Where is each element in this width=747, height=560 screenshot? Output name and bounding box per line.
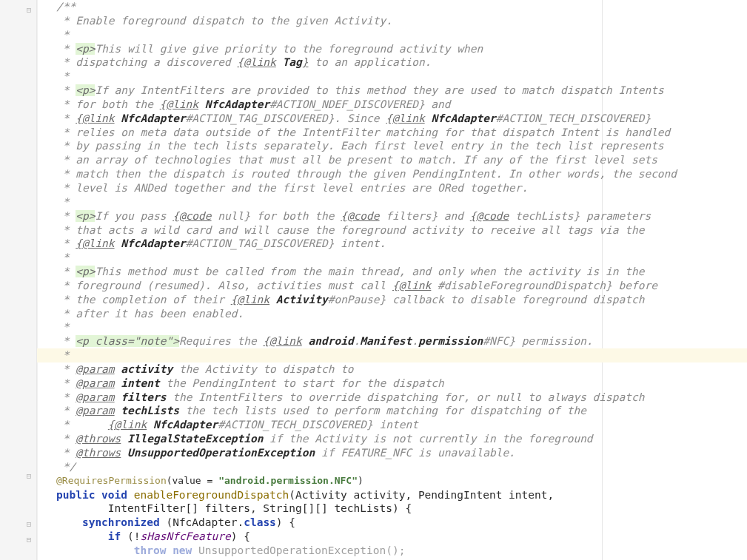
javadoc-line: * <p>This will give give priority to the…	[37, 42, 747, 56]
annotation-line: @RequiresPermission(value = "android.per…	[37, 474, 747, 488]
javadoc-tag: @param	[76, 391, 114, 403]
javadoc-code: {@code	[172, 210, 211, 222]
keyword: synchronized	[82, 516, 167, 528]
html-tag: <p>	[76, 210, 95, 222]
javadoc-link: {@link	[76, 237, 114, 249]
javadoc-line: * for both the {@link NfcAdapter#ACTION_…	[37, 98, 747, 112]
javadoc-line: * match then the dispatch is routed thro…	[37, 167, 747, 181]
html-tag: <p>	[76, 43, 95, 55]
javadoc-param-line: * @param techLists the tech lists used t…	[37, 404, 747, 418]
javadoc-tag: @throws	[76, 447, 121, 459]
javadoc-link: {@link	[237, 56, 275, 68]
javadoc-param-line: * @param filters the IntentFilters to ov…	[37, 391, 747, 405]
javadoc-throws-line: * @throws UnsupportedOperationException …	[37, 446, 747, 460]
javadoc-line: /**	[37, 0, 747, 14]
fold-icon[interactable]: ⊟	[24, 520, 33, 529]
javadoc-tag: @param	[76, 363, 114, 375]
javadoc-line: *	[37, 320, 747, 334]
fold-icon[interactable]: ⊟	[24, 536, 33, 544]
fold-icon[interactable]: ⊟	[24, 6, 33, 15]
javadoc-link: {@link	[231, 294, 269, 306]
code-editor[interactable]: /** * Enable foreground dispatch to the …	[37, 0, 747, 560]
javadoc-throws-line: * @throws IllegalStateException if the A…	[37, 432, 747, 446]
javadoc-param-line: * @param intent the PendingIntent to sta…	[37, 377, 747, 391]
javadoc-line: * {@link NfcAdapter#ACTION_TAG_DISCOVERE…	[37, 112, 747, 126]
javadoc-line: * an array of technologies that must all…	[37, 153, 747, 167]
javadoc-line: * level is ANDed together and the first …	[37, 181, 747, 195]
javadoc-line: *	[37, 251, 747, 265]
static-field: sHasNfcFeature	[141, 530, 231, 542]
method-signature-line: public void enableForegroundDispatch(Act…	[37, 488, 747, 502]
javadoc-line: *	[37, 70, 747, 84]
method-name: enableForegroundDispatch	[134, 489, 289, 501]
javadoc-line: * that acts a wild card and will cause t…	[37, 223, 747, 237]
javadoc-line: * <p class="note">Requires the {@link an…	[37, 334, 747, 348]
javadoc-tag: @throws	[76, 433, 121, 445]
javadoc-line: * dispatching a discovered {@link Tag} t…	[37, 55, 747, 70]
javadoc-link: {@link	[160, 98, 198, 110]
annotation: @RequiresPermission	[56, 475, 167, 486]
html-tag-note: <p class="note">	[76, 335, 179, 347]
keyword: if	[108, 530, 127, 542]
javadoc-link: {@link	[76, 112, 114, 124]
javadoc-line: * foreground (resumed). Also, activities…	[37, 279, 747, 293]
javadoc-line: * Enable foreground dispatch to the give…	[37, 14, 747, 28]
javadoc-tag: @param	[76, 377, 114, 389]
javadoc-code: {@code	[341, 210, 379, 222]
fold-icon[interactable]: ⊟	[24, 472, 33, 481]
javadoc-line: * by passing in the tech lists separatel…	[37, 139, 747, 153]
html-tag: <p>	[76, 84, 95, 96]
javadoc-link: {@link	[392, 280, 431, 291]
javadoc-code: {@code	[470, 210, 509, 222]
keyword: public void	[56, 489, 134, 501]
html-tag: <p>	[76, 266, 95, 277]
code-line: if (!sHasNfcFeature) {	[37, 530, 747, 544]
javadoc-line: * <p>If any IntentFilters are provided t…	[37, 84, 747, 98]
javadoc-link: {@link	[386, 112, 424, 124]
code-line-cut: throw new UnsupportedOperationException(…	[37, 544, 747, 558]
javadoc-line: */	[37, 460, 747, 474]
javadoc-line: * <p>This method must be called from the…	[37, 265, 747, 279]
javadoc-line: *	[37, 195, 747, 209]
javadoc-line: * {@link NfcAdapter#ACTION_TAG_DISCOVERE…	[37, 237, 747, 251]
javadoc-line: * after it has been enabled.	[37, 307, 747, 321]
javadoc-tag: @param	[76, 405, 114, 416]
javadoc-param-line: * @param activity the Activity to dispat…	[37, 362, 747, 377]
javadoc-link: {@link	[263, 335, 301, 347]
javadoc-line-highlighted: *	[37, 348, 747, 362]
javadoc-link: {@link	[108, 419, 147, 431]
string-literal: "android.permission.NFC"	[218, 475, 358, 486]
javadoc-line: *	[37, 28, 747, 42]
editor-gutter: ⊟ ⊟ ⊟ ⊟	[0, 0, 37, 560]
javadoc-line: * the completion of their {@link Activit…	[37, 293, 747, 307]
keyword: throw new	[134, 544, 198, 556]
code-line: synchronized (NfcAdapter.class) {	[37, 516, 747, 530]
javadoc-line: * <p>If you pass {@code null} for both t…	[37, 209, 747, 223]
javadoc-line: * {@link NfcAdapter#ACTION_TECH_DISCOVER…	[37, 418, 747, 432]
method-signature-line: IntentFilter[] filters, String[][] techL…	[37, 502, 747, 516]
javadoc-line: * relies on meta data outside of the Int…	[37, 126, 747, 140]
keyword: class	[244, 516, 276, 528]
